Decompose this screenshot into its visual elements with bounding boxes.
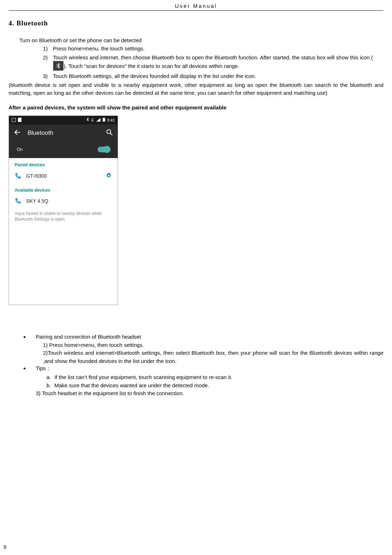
clock: 8:41 [107, 118, 115, 122]
back-icon[interactable] [14, 129, 20, 137]
tips-bullet: Tips： [29, 365, 383, 372]
tip-a: a.If the list can’t find your equipment,… [46, 373, 383, 382]
tip-b: b.Make sure that the devices wanted are … [46, 382, 383, 390]
visibility-note: Aqua Speed is visible to nearby devices … [9, 208, 118, 226]
status-bar: E 8:41 [9, 116, 118, 124]
tips-alpha-list: a.If the list can’t find your equipment,… [46, 373, 383, 389]
step-1: 1) Press home>menu, the touch settings. [43, 45, 383, 53]
step2-post: ). Touch “scan for devices” the it start… [64, 63, 239, 69]
step-number: 2) [43, 54, 53, 72]
device-name: SKY 4.5Q [26, 198, 112, 204]
step-text: Touch wireless and internet, then choose… [53, 54, 383, 72]
step-2: 2) Touch wireless and internet, then cho… [43, 54, 383, 72]
svg-point-2 [107, 130, 111, 134]
edge-indicator: E [91, 118, 94, 122]
step-text: Press home>menu, the touch settings. [53, 45, 383, 53]
svg-line-3 [110, 133, 112, 135]
pairing-bullet: Pairing and connection of Bluetooth head… [29, 334, 383, 340]
image-icon [12, 118, 16, 122]
bluetooth-note: (bluetooth device is set open and visibl… [9, 81, 383, 97]
available-devices-header: Available devices [9, 183, 118, 194]
bluetooth-toggle[interactable] [98, 147, 110, 152]
svg-rect-0 [103, 118, 105, 122]
phone-icon [15, 173, 21, 179]
step-number: 1) [43, 45, 53, 53]
svg-point-5 [108, 175, 110, 176]
pairing-step3: 3) Touch headset in the equipment list t… [36, 389, 383, 398]
app-bar-title: Bluetooth [28, 129, 99, 137]
pairing-step1: 1) Press home>menu, then touch settings. [43, 341, 383, 349]
bluetooth-icon [86, 118, 89, 123]
paired-devices-header: Paired devices [9, 158, 118, 169]
sim-icon [18, 118, 21, 123]
step-number: 3) [43, 72, 53, 80]
on-toggle-row[interactable]: On [9, 142, 118, 158]
alpha-label: a. [46, 373, 54, 382]
svg-rect-1 [103, 118, 104, 118]
alpha-label: b. [46, 382, 54, 390]
paired-heading: After a paired devices, the system will … [9, 104, 383, 110]
device-name: GT-I9300 [26, 173, 101, 179]
steps-list: 1) Press home>menu, the touch settings. … [43, 45, 383, 80]
tip-text: Make sure that the devices wanted are un… [54, 382, 209, 390]
search-icon[interactable] [106, 129, 113, 137]
phone-screenshot: E 8:41 Bluetooth On Paired devices GT-I9… [9, 116, 118, 305]
step-3: 3) Touch Bluetooth settings, all the dev… [43, 72, 383, 80]
on-label: On [17, 147, 23, 152]
bluetooth-status-icon [53, 61, 64, 71]
tips-section: Tips： [29, 365, 383, 372]
available-device-row[interactable]: SKY 4.5Q [9, 194, 118, 208]
phone-icon [15, 198, 21, 204]
intro-text: Turn on Bluetooth or set the phone can b… [19, 37, 383, 43]
page-header: User Manual [9, 0, 383, 11]
signal-icon [96, 118, 101, 122]
gear-icon[interactable] [106, 172, 112, 180]
battery-icon [103, 118, 105, 122]
pairing-section: Pairing and connection of Bluetooth head… [29, 334, 383, 340]
section-title: 4. Bluetooth [9, 19, 383, 27]
paired-device-row[interactable]: GT-I9300 [9, 169, 118, 183]
tip-text: If the list can’t find your equipment, t… [54, 373, 232, 382]
step2-pre: Touch wireless and internet, then choose… [53, 54, 373, 60]
pairing-step2: 2)Touch wireless and internet>Bluetooth … [43, 349, 383, 365]
app-bar: Bluetooth [9, 124, 118, 142]
step-text: Touch Bluetooth settings, all the device… [53, 72, 383, 80]
